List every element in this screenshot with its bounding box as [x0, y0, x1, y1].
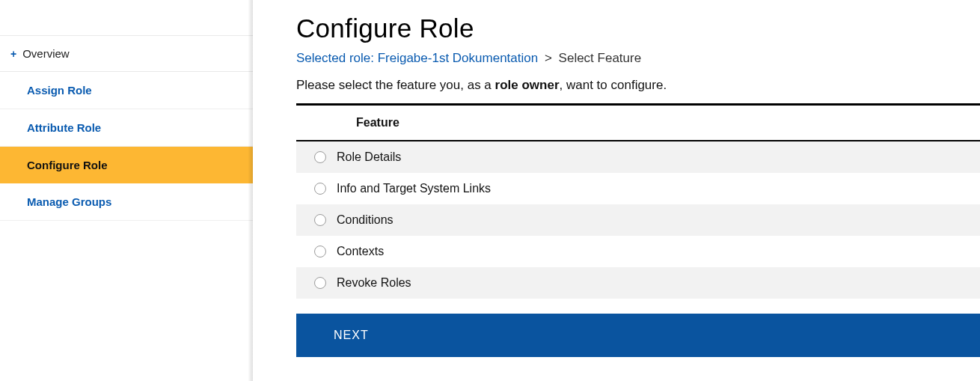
feature-label: Conditions [337, 213, 393, 227]
main-content: Configure Role Selected role: Freigabe-1… [253, 0, 980, 381]
feature-row-contexts[interactable]: Contexts [296, 236, 980, 267]
sidebar-item-manage-groups[interactable]: Manage Groups [0, 183, 253, 221]
next-button[interactable]: NEXT [296, 314, 980, 357]
feature-row-role-details[interactable]: Role Details [296, 141, 980, 173]
intro-suffix: , want to configure. [560, 78, 667, 92]
plus-icon: + [10, 49, 16, 59]
radio-icon[interactable] [314, 183, 326, 195]
sidebar-item-configure-role[interactable]: Configure Role [0, 147, 253, 183]
feature-table: Feature Role Details Info and Target Sys… [296, 103, 980, 299]
sidebar-nav: Assign Role Attribute Role Configure Rol… [0, 72, 253, 221]
radio-icon[interactable] [314, 214, 326, 226]
sidebar-top-spacer [0, 0, 253, 36]
intro-bold: role owner [495, 78, 560, 92]
breadcrumb-current: Select Feature [559, 51, 642, 65]
sidebar-item-assign-role[interactable]: Assign Role [0, 72, 253, 109]
radio-icon[interactable] [314, 246, 326, 257]
breadcrumb-link[interactable]: Selected role: Freigabe-1st Dokumentatio… [296, 51, 538, 65]
feature-label: Role Details [337, 150, 401, 164]
breadcrumb-separator: > [545, 51, 552, 65]
radio-icon[interactable] [314, 277, 326, 289]
sidebar-item-label: Attribute Role [27, 121, 101, 134]
sidebar-overview[interactable]: + Overview [0, 36, 253, 72]
feature-label: Contexts [337, 245, 384, 258]
feature-table-header: Feature [296, 106, 980, 141]
feature-row-info-target-links[interactable]: Info and Target System Links [296, 173, 980, 204]
sidebar: + Overview Assign Role Attribute Role Co… [0, 0, 253, 381]
feature-row-conditions[interactable]: Conditions [296, 204, 980, 236]
intro-text: Please select the feature you, as a role… [296, 78, 980, 93]
intro-prefix: Please select the feature you, as a [296, 78, 495, 92]
sidebar-item-label: Configure Role [27, 159, 108, 171]
sidebar-item-attribute-role[interactable]: Attribute Role [0, 109, 253, 147]
page-title: Configure Role [296, 13, 980, 43]
feature-label: Info and Target System Links [337, 182, 491, 195]
sidebar-item-label: Manage Groups [27, 195, 111, 208]
sidebar-item-label: Assign Role [27, 84, 92, 97]
sidebar-overview-label: Overview [22, 47, 70, 60]
feature-row-revoke-roles[interactable]: Revoke Roles [296, 267, 980, 299]
feature-label: Revoke Roles [337, 276, 411, 290]
radio-icon[interactable] [314, 151, 326, 163]
breadcrumb: Selected role: Freigabe-1st Dokumentatio… [296, 51, 980, 66]
